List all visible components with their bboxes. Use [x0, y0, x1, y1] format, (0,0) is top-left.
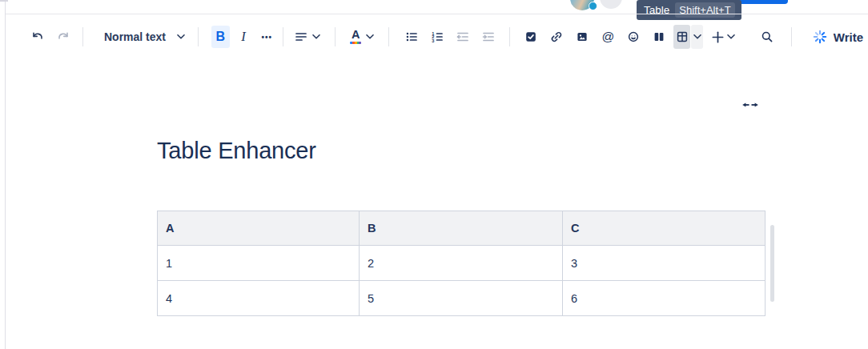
image-button[interactable]: [569, 24, 595, 50]
link-button[interactable]: [544, 24, 569, 50]
bullet-list-icon: [405, 30, 418, 43]
mention-button[interactable]: @: [595, 24, 621, 50]
toolbar-divider: [335, 27, 336, 46]
bold-button[interactable]: B: [211, 26, 230, 48]
bold-label: B: [216, 30, 226, 44]
table-cell[interactable]: 5: [360, 281, 563, 316]
table-cell[interactable]: 1: [158, 246, 360, 281]
publish-button[interactable]: [733, 0, 788, 4]
italic-button[interactable]: I: [235, 26, 253, 48]
table-row: 4 5 6: [158, 281, 766, 316]
toolbar-divider: [82, 27, 83, 46]
outdent-button[interactable]: [450, 24, 476, 50]
numbered-list-button[interactable]: 1 2 3: [424, 24, 450, 50]
undo-icon: [31, 30, 44, 43]
toolbar-divider: [283, 27, 283, 46]
table-button[interactable]: [673, 25, 690, 49]
table-header-cell-c[interactable]: C: [563, 211, 766, 246]
toolbar-divider: [198, 27, 199, 46]
avatar-status-badge: [589, 2, 597, 10]
text-color-letter: A: [350, 30, 361, 40]
align-dropdown[interactable]: [290, 24, 325, 50]
svg-text:3: 3: [432, 38, 435, 43]
indent-button[interactable]: [476, 24, 501, 50]
link-icon: [550, 30, 563, 43]
emoji-button[interactable]: [621, 24, 646, 50]
table-header-row: A B C: [158, 211, 766, 246]
layout-button[interactable]: [646, 24, 672, 50]
toolbar-divider: [791, 27, 792, 46]
table-header-cell-b[interactable]: B: [360, 211, 563, 246]
numbered-list-icon: 1 2 3: [431, 30, 444, 43]
expand-width-icon: [741, 100, 759, 110]
page-title[interactable]: Table Enhancer: [157, 138, 316, 164]
chevron-down-icon: [727, 34, 735, 39]
chevron-down-icon: [177, 34, 185, 39]
table-cell[interactable]: 3: [563, 246, 766, 281]
expand-width-control[interactable]: [741, 100, 759, 110]
text-color-bar: [350, 42, 361, 44]
table-header-cell-a[interactable]: A: [158, 211, 360, 246]
plus-icon: [711, 30, 725, 44]
table-row: 1 2 3: [158, 246, 766, 281]
confluence-editor: Table Shift+Alt+T Normal text B I •: [0, 0, 868, 349]
undo-button[interactable]: [25, 24, 50, 50]
more-formatting-button[interactable]: •••: [257, 26, 276, 48]
more-icon: •••: [261, 33, 272, 42]
table-scrollbar[interactable]: [770, 225, 774, 302]
text-style-dropdown[interactable]: Normal text: [94, 24, 191, 50]
task-checkbox-icon: [524, 30, 537, 43]
image-icon: [576, 30, 589, 43]
write-label: Write: [834, 30, 863, 44]
outdent-icon: [456, 30, 469, 43]
italic-label: I: [241, 29, 246, 45]
align-icon: [295, 30, 307, 43]
top-left-divider-nub: [0, 0, 8, 2]
task-list-button[interactable]: [518, 24, 544, 50]
ai-write-button[interactable]: Write: [808, 24, 868, 50]
redo-button[interactable]: [50, 24, 76, 50]
emoji-icon: [627, 30, 640, 43]
avatar[interactable]: [600, 0, 622, 9]
content-table: A B C 1 2 3 4 5 6: [157, 211, 766, 316]
table-cell[interactable]: 6: [563, 281, 766, 316]
toolbar-divider: [509, 27, 510, 46]
mention-icon: @: [601, 30, 614, 44]
insert-dropdown[interactable]: [708, 24, 738, 50]
redo-icon: [57, 30, 70, 43]
indent-icon: [482, 30, 495, 43]
chevron-down-icon: [693, 34, 701, 39]
editor-toolbar: Normal text B I ••• A: [6, 14, 868, 59]
text-color-icon: A: [350, 30, 361, 44]
text-style-label: Normal text: [104, 30, 166, 43]
chevron-down-icon: [312, 34, 320, 39]
table-icon: [676, 30, 689, 43]
table-cell[interactable]: 4: [158, 281, 360, 316]
layout-icon: [653, 30, 665, 43]
search-icon: [761, 30, 774, 43]
ai-sparkle-icon: [813, 30, 827, 44]
bullet-list-button[interactable]: [399, 24, 424, 50]
table-cell[interactable]: 2: [360, 246, 563, 281]
search-button[interactable]: [754, 24, 780, 50]
table-options-chevron[interactable]: [691, 25, 703, 49]
toolbar-divider: [388, 27, 389, 46]
chevron-down-icon: [366, 34, 374, 39]
text-color-dropdown[interactable]: A: [345, 24, 379, 50]
